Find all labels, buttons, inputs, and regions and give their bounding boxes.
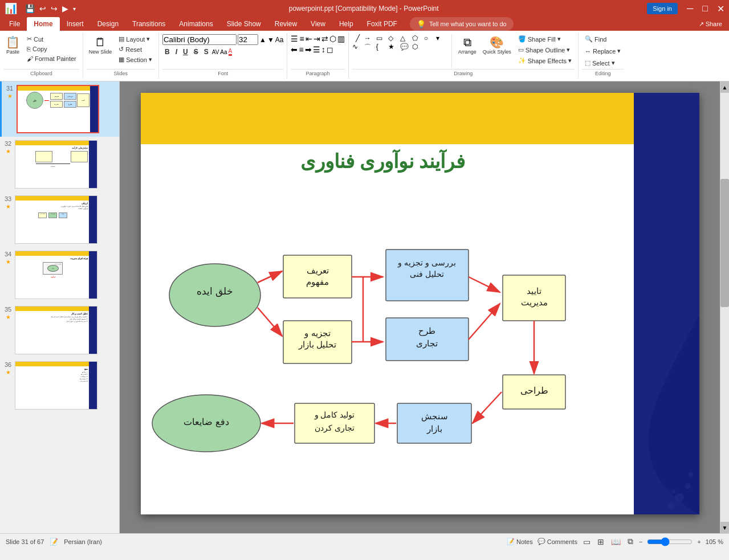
clear-format-icon[interactable]: Aa: [275, 36, 284, 44]
redo-icon[interactable]: ↪: [50, 3, 59, 14]
columns-icon[interactable]: ▥: [337, 34, 345, 43]
align-center-icon[interactable]: ≡: [299, 45, 303, 54]
strikethrough-button[interactable]: S: [192, 47, 201, 57]
shape-rect[interactable]: ▭: [376, 34, 388, 42]
italic-button[interactable]: I: [173, 47, 180, 57]
right-scrollbar[interactable]: ▲ ▼: [720, 81, 729, 533]
shape-connector[interactable]: ⌒: [364, 43, 376, 52]
change-case-icon[interactable]: Aa: [220, 49, 227, 55]
decrease-font-icon[interactable]: ▼: [267, 36, 274, 44]
shape-triangle[interactable]: △: [400, 34, 412, 42]
slide-thumbnail-32[interactable]: 32 ★ نمایش‌هایی کارآمد شبکه: [0, 137, 119, 192]
scroll-down-button[interactable]: ▼: [720, 522, 729, 533]
share-button[interactable]: ↗ Share: [699, 21, 722, 28]
undo-icon[interactable]: ↩: [38, 3, 47, 14]
scroll-up-button[interactable]: ▲: [720, 81, 729, 93]
layout-button[interactable]: ▤ Layout ▾: [116, 34, 155, 44]
shape-bracket[interactable]: {: [376, 43, 388, 52]
tab-design[interactable]: Design: [91, 17, 125, 31]
shape-curve[interactable]: ∿: [352, 43, 364, 52]
text-direction-icon[interactable]: ⇄: [321, 34, 328, 43]
tab-slideshow[interactable]: Slide Show: [220, 17, 268, 31]
section-button[interactable]: ▦ Section ▾: [116, 55, 155, 64]
font-size-input[interactable]: [238, 34, 258, 45]
align-left-icon[interactable]: ⬅: [291, 45, 298, 54]
reset-button[interactable]: ↺ Reset: [116, 44, 155, 54]
scroll-track[interactable]: [720, 93, 729, 522]
arrange-button[interactable]: ⧉ Arrange: [456, 34, 479, 56]
format-painter-icon: 🖌: [27, 55, 33, 62]
slide-thumbnail-36[interactable]: 36 ★ منبع ۱. منابع۲. کتاب‌ها۳. مقالات۴. …: [0, 358, 119, 413]
tab-transitions[interactable]: Transitions: [125, 17, 172, 31]
save-icon[interactable]: 💾: [24, 3, 36, 14]
justify-icon[interactable]: ☰: [313, 45, 320, 54]
tab-home[interactable]: Home: [27, 17, 59, 31]
tab-insert[interactable]: Insert: [60, 17, 91, 31]
font-color-button[interactable]: A: [229, 48, 233, 56]
shape-pentagon[interactable]: ⬠: [412, 34, 423, 42]
format-painter-button[interactable]: 🖌 Format Painter: [24, 54, 79, 63]
slide-thumbnail-35[interactable]: 35 ★ تحلیل کسب و کار ۱. کسب و کار ارزیاب…: [0, 303, 119, 358]
find-button[interactable]: 🔍 Find: [582, 34, 624, 44]
minimize-icon[interactable]: ─: [687, 3, 693, 14]
shape-fill-button[interactable]: 🪣 Shape Fill ▾: [515, 34, 575, 44]
shape-effects-button[interactable]: ✨ Shape Effects ▾: [515, 56, 575, 66]
shape-ellipse[interactable]: ○: [424, 34, 435, 42]
quick-styles-button[interactable]: 🎨 Quick Styles: [480, 34, 514, 56]
view-reading-button[interactable]: 📖: [610, 536, 622, 547]
slide-canvas[interactable]: فرآیند نوآوری فناوری خلق ایده تعریف مفهو…: [141, 93, 699, 514]
align-right-icon[interactable]: ➡: [305, 45, 312, 54]
shape-star[interactable]: ★: [388, 43, 400, 52]
shape-arrow[interactable]: →: [364, 34, 376, 42]
close-icon[interactable]: ✕: [717, 3, 724, 14]
increase-indent-icon[interactable]: ⇥: [313, 34, 320, 43]
copy-button[interactable]: ⎘ Copy: [24, 44, 79, 54]
replace-button[interactable]: ↔ Replace ▾: [582, 46, 624, 56]
zoom-slider[interactable]: [647, 537, 693, 546]
decrease-indent-icon[interactable]: ⇤: [306, 34, 312, 43]
tell-me-box[interactable]: 💡 Tell me what you want to do: [410, 17, 514, 31]
dropdown-icon[interactable]: ▾: [72, 5, 77, 13]
tab-file[interactable]: File: [2, 17, 27, 31]
tab-animations[interactable]: Animations: [172, 17, 219, 31]
maximize-icon[interactable]: □: [702, 3, 708, 14]
text-shadow-icon[interactable]: ◻: [327, 45, 333, 54]
underline-button[interactable]: U: [181, 47, 190, 57]
notes-button[interactable]: 📝 Notes: [507, 538, 533, 545]
zoom-out-button[interactable]: −: [639, 538, 642, 545]
select-button[interactable]: ⬚ Select ▾: [582, 58, 624, 68]
tab-view[interactable]: View: [304, 17, 332, 31]
tab-help[interactable]: Help: [332, 17, 360, 31]
increase-font-icon[interactable]: ▲: [259, 36, 266, 44]
view-normal-button[interactable]: ▭: [582, 536, 592, 547]
tab-foxit[interactable]: Foxit PDF: [360, 17, 404, 31]
convert-to-smartart-icon[interactable]: ⬡: [329, 34, 336, 43]
new-slide-button[interactable]: 🗒 New Slide: [87, 34, 115, 56]
scroll-thumb[interactable]: [720, 179, 729, 308]
comments-button[interactable]: 💬 Comments: [537, 538, 577, 545]
paste-button[interactable]: 📋 Paste: [3, 34, 22, 56]
shape-flow[interactable]: ⬡: [412, 43, 423, 52]
shape-diamond[interactable]: ◇: [388, 34, 400, 42]
line-spacing-icon[interactable]: ↕: [321, 45, 325, 54]
shape-line[interactable]: ╱: [352, 34, 364, 42]
slide-thumbnail-34[interactable]: 34 ★ چرخه اجرای مدیریت نوآوری ارزان چرخه…: [0, 247, 119, 303]
bullets-button[interactable]: ☰: [291, 34, 298, 43]
shadow-button[interactable]: S: [202, 47, 211, 57]
shape-callout[interactable]: 💬: [400, 43, 412, 52]
cut-button[interactable]: ✂ Cut: [24, 34, 79, 44]
font-family-input[interactable]: [162, 34, 237, 45]
zoom-in-button[interactable]: +: [697, 538, 701, 545]
bold-button[interactable]: B: [162, 47, 172, 57]
presentation-icon[interactable]: ▶: [61, 3, 70, 14]
shape-more[interactable]: ▾: [436, 34, 447, 42]
view-presenter-button[interactable]: ⧉: [626, 536, 634, 547]
shape-outline-button[interactable]: ▭ Shape Outline ▾: [515, 45, 575, 55]
view-slide-sorter-button[interactable]: ⊞: [596, 536, 605, 547]
char-spacing-icon[interactable]: AV: [212, 49, 219, 55]
slide-thumbnail-31[interactable]: 31 ★ خلق تعریف تجزیه بررسی طرح: [0, 81, 119, 137]
sign-in-button[interactable]: Sign in: [647, 3, 678, 14]
tab-review[interactable]: Review: [268, 17, 304, 31]
numbering-button[interactable]: ≡: [299, 34, 304, 43]
slide-thumbnail-33[interactable]: 33 ★ ارزیابی طرح‌های کارشناسی در حوزه نو…: [0, 192, 119, 247]
